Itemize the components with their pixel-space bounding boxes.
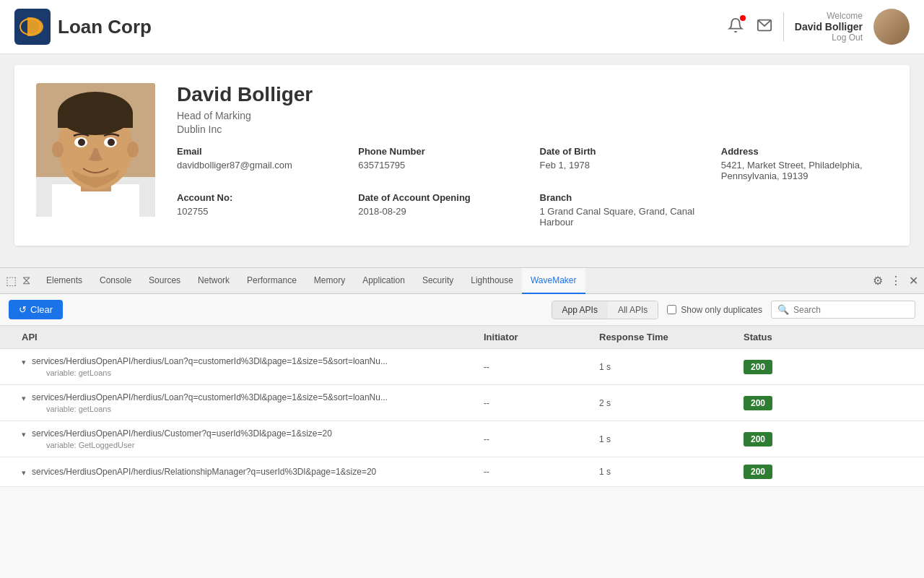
- profile-photo: [36, 83, 155, 217]
- device-icon[interactable]: ⧖: [22, 274, 30, 288]
- welcome-text: Welcome: [795, 11, 863, 21]
- duplicates-label: Show only duplicates: [681, 305, 762, 315]
- dob-value: Feb 1, 1978: [540, 160, 707, 171]
- app-apis-button[interactable]: App APIs: [552, 301, 608, 319]
- tab-network[interactable]: Network: [189, 268, 238, 294]
- tab-console[interactable]: Console: [91, 268, 140, 294]
- email-label: Email: [177, 146, 344, 157]
- notification-badge: [740, 15, 746, 21]
- mail-icon[interactable]: [757, 17, 772, 36]
- profile-photo-svg: [36, 83, 155, 217]
- header-divider: [783, 12, 784, 41]
- more-icon[interactable]: ⋮: [890, 274, 902, 288]
- api-endpoint: ▾ services/HerdiusOpenAPI/herdius/Relati…: [22, 467, 484, 478]
- chevron-down-icon[interactable]: ▾: [22, 430, 26, 439]
- profile-content: David Bolliger Head of Marking Dublin In…: [36, 83, 888, 228]
- profile-details: David Bolliger Head of Marking Dublin In…: [177, 83, 888, 228]
- account-label: Account No:: [177, 192, 344, 203]
- profile-section: David Bolliger Head of Marking Dublin In…: [14, 65, 910, 246]
- account-field-group: Account No: 102755: [177, 192, 344, 228]
- tab-wavemaker[interactable]: WaveMaker: [522, 268, 585, 294]
- api-endpoint: ▾ services/HerdiusOpenAPI/herdius/Loan?q…: [22, 392, 484, 413]
- svg-point-15: [78, 139, 85, 146]
- tab-lighthouse[interactable]: Lighthouse: [462, 268, 522, 294]
- api-initiator: --: [484, 467, 599, 477]
- dob-field-group: Date of Birth Feb 1, 1978: [540, 146, 707, 181]
- api-endpoint: ▾ services/HerdiusOpenAPI/herdius/Custom…: [22, 428, 484, 449]
- profile-fields: Email davidbolliger87@gmail.com Phone Nu…: [177, 146, 888, 228]
- chevron-down-icon[interactable]: ▾: [22, 468, 26, 478]
- api-variable: variable: getLoans: [32, 368, 388, 377]
- tab-elements[interactable]: Elements: [38, 268, 91, 294]
- svg-point-16: [108, 139, 115, 146]
- email-value: davidbolliger87@gmail.com: [177, 160, 344, 171]
- clear-button[interactable]: ↺ Clear: [9, 300, 63, 319]
- svg-rect-10: [58, 113, 133, 128]
- search-input[interactable]: [793, 305, 909, 315]
- col-status: Status: [744, 332, 873, 342]
- api-rows-container: ▾ services/HerdiusOpenAPI/herdius/Loan?q…: [0, 349, 924, 487]
- header-icons: [728, 17, 772, 36]
- tab-security[interactable]: Security: [414, 268, 462, 294]
- branch-value: 1 Grand Canal Square, Grand, Canal Harbo…: [540, 206, 707, 228]
- profile-title: Head of Marking: [177, 110, 888, 121]
- col-initiator: Initiator: [484, 332, 599, 342]
- api-status: 200: [744, 396, 873, 410]
- all-apis-button[interactable]: All APIs: [608, 301, 658, 319]
- api-row: ▾ services/HerdiusOpenAPI/herdius/Custom…: [0, 421, 924, 457]
- api-toggle-group: App APIs All APIs: [552, 301, 659, 319]
- refresh-icon: ↺: [19, 304, 27, 315]
- tab-performance[interactable]: Performance: [238, 268, 305, 294]
- inspect-icon[interactable]: ⬚: [6, 274, 17, 288]
- devtools-tabs-bar: ⬚ ⧖ Elements Console Sources Network Per…: [0, 268, 924, 294]
- api-url: services/HerdiusOpenAPI/herdius/Relation…: [32, 467, 376, 477]
- col-api: API: [22, 332, 484, 342]
- chevron-down-icon[interactable]: ▾: [22, 358, 26, 367]
- notification-icon[interactable]: [728, 17, 744, 36]
- devtools-panel: ⬚ ⧖ Elements Console Sources Network Per…: [0, 267, 924, 578]
- api-response-time: 1 s: [599, 467, 744, 477]
- api-url: services/HerdiusOpenAPI/herdius/Loan?q=c…: [32, 356, 388, 366]
- tab-sources[interactable]: Sources: [140, 268, 189, 294]
- address-field-group: Address 5421, Market Street, Philadelphi…: [721, 146, 888, 181]
- close-icon[interactable]: ✕: [909, 274, 918, 288]
- api-table-header: API Initiator Response Time Status: [0, 326, 924, 349]
- status-badge: 200: [744, 465, 772, 479]
- duplicates-group: Show only duplicates: [667, 305, 762, 315]
- api-initiator: --: [484, 362, 599, 372]
- account-opening-field-group: Date of Account Opening 2018-08-29: [358, 192, 525, 228]
- logo-area: Loan Corp: [14, 9, 152, 45]
- api-initiator: --: [484, 434, 599, 444]
- duplicates-checkbox[interactable]: [667, 305, 676, 314]
- account-value: 102755: [177, 206, 344, 217]
- svg-point-11: [52, 142, 64, 158]
- tab-memory[interactable]: Memory: [305, 268, 354, 294]
- user-name-label: David Bolliger: [795, 21, 863, 33]
- api-row: ▾ services/HerdiusOpenAPI/herdius/Loan?q…: [0, 385, 924, 421]
- header: Loan Corp Welcome David Bolliger Log Ou: [0, 0, 924, 54]
- account-opening-label: Date of Account Opening: [358, 192, 525, 203]
- header-right: Welcome David Bolliger Log Out: [728, 9, 910, 45]
- tab-application[interactable]: Application: [354, 268, 414, 294]
- api-initiator: --: [484, 398, 599, 408]
- address-label: Address: [721, 146, 888, 157]
- devtools-icons: ⬚ ⧖: [6, 274, 30, 288]
- api-response-time: 2 s: [599, 398, 744, 408]
- api-row: ▾ services/HerdiusOpenAPI/herdius/Relati…: [0, 457, 924, 487]
- chevron-down-icon[interactable]: ▾: [22, 394, 26, 403]
- user-avatar: [873, 9, 910, 45]
- logo-icon: [14, 9, 51, 45]
- search-icon: 🔍: [777, 304, 789, 315]
- logout-link[interactable]: Log Out: [795, 33, 863, 43]
- devtools-actions: ⚙ ⋮ ✕: [873, 274, 918, 288]
- api-endpoint: ▾ services/HerdiusOpenAPI/herdius/Loan?q…: [22, 356, 484, 377]
- api-variable: variable: GetLoggedUser: [32, 441, 332, 449]
- status-badge: 200: [744, 432, 772, 447]
- profile-company: Dublin Inc: [177, 124, 888, 135]
- search-box[interactable]: 🔍: [771, 301, 915, 319]
- avatar-image: [873, 9, 910, 45]
- col-response-time: Response Time: [599, 332, 744, 342]
- settings-icon[interactable]: ⚙: [873, 274, 883, 288]
- address-value: 5421, Market Street, Philadelphia, Penns…: [721, 160, 888, 181]
- api-url: services/HerdiusOpenAPI/herdius/Loan?q=c…: [32, 392, 388, 402]
